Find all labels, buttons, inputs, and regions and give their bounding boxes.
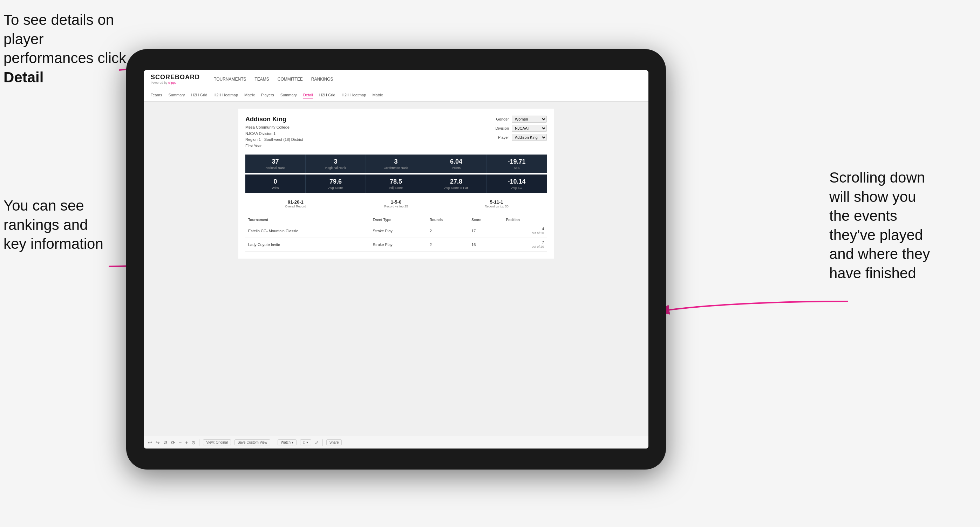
nav-tournaments[interactable]: TOURNAMENTS: [214, 75, 246, 83]
share-button[interactable]: Share: [326, 440, 342, 445]
logo-clippd: clippd: [168, 81, 177, 84]
player-region: Region 1 - Southwest (18) District: [245, 137, 303, 141]
points-label: Points: [429, 166, 483, 170]
logo-scoreboard: SCOREBOARD: [151, 74, 200, 81]
toolbar-redo[interactable]: ↪: [156, 440, 160, 445]
adj-score-label: Adj Score: [369, 186, 423, 190]
logo: SCOREBOARD Powered by clippd: [151, 74, 200, 84]
player-select[interactable]: Addison King: [512, 134, 547, 141]
player-selectors: Gender Women Division NJCAA I: [495, 116, 547, 141]
annotation-bottom-left: You can seerankings andkey information: [3, 196, 137, 254]
player-info: Addison King Mesa Community College NJCA…: [245, 116, 303, 149]
overall-record-label: Overall Record: [247, 205, 344, 208]
nav-rankings[interactable]: RANKINGS: [311, 75, 333, 83]
subnav-summary2[interactable]: Summary: [280, 92, 297, 98]
tournament-name-2: Lady Coyote Invite: [245, 238, 370, 252]
stat-avg-score-to-par: 27.8 Avg Score to Par: [426, 175, 487, 193]
sos-label: SoS: [489, 166, 544, 170]
overall-record: 91-20-1 Overall Record: [245, 197, 346, 210]
view-original-button[interactable]: View: Original: [203, 440, 231, 445]
avg-sg-label: Avg SG: [489, 186, 544, 190]
nav-committee[interactable]: COMMITTEE: [278, 75, 303, 83]
gender-selector-row: Gender Women: [496, 116, 547, 123]
points-value: 6.04: [429, 158, 483, 165]
toolbar-target[interactable]: ⊙: [191, 440, 196, 445]
conference-rank-value: 3: [369, 158, 423, 165]
watch-button[interactable]: Watch ▾: [278, 440, 296, 445]
division-select[interactable]: NJCAA I: [512, 125, 547, 132]
player-label: Player: [498, 135, 509, 140]
table-row: Lady Coyote Invite Stroke Play 2 16 7 ou…: [245, 238, 547, 252]
table-body: Estella CC- Mountain Classic Stroke Play…: [245, 224, 547, 252]
subnav-summary[interactable]: Summary: [168, 92, 185, 98]
toolbar-expand[interactable]: ⤢: [315, 440, 319, 445]
col-rounds: Rounds: [427, 216, 469, 224]
col-score: Score: [469, 216, 503, 224]
overall-record-value: 91-20-1: [247, 199, 344, 205]
stats-row-2: 0 Wins 79.6 Avg Score 78.5 Adj Score 27.…: [245, 175, 547, 193]
stat-wins: 0 Wins: [245, 175, 305, 193]
position-sub-1: out of 20: [532, 231, 544, 235]
screen-button[interactable]: □ ▾: [300, 440, 311, 445]
annotation-bold: Detail: [3, 69, 43, 86]
annotation-right: Scrolling downwill show youthe eventsthe…: [829, 168, 977, 283]
tournament-name-1: Estella CC- Mountain Classic: [245, 224, 370, 238]
national-rank-label: National Rank: [248, 166, 302, 170]
bottom-toolbar: ↩ ↪ ↺ ⟳ − + ⊙ View: Original Save Custom…: [144, 436, 648, 449]
stat-national-rank: 37 National Rank: [245, 154, 305, 173]
regional-rank-value: 3: [309, 158, 363, 165]
subnav-detail[interactable]: Detail: [303, 92, 313, 98]
wins-label: Wins: [248, 186, 302, 190]
stat-points: 6.04 Points: [426, 154, 487, 173]
position-value-2: 7: [542, 241, 544, 244]
gender-select[interactable]: Women: [512, 116, 547, 123]
stat-avg-score: 79.6 Avg Score: [305, 175, 366, 193]
toolbar-reload[interactable]: ⟳: [171, 440, 175, 445]
subnav-matrix[interactable]: Matrix: [244, 92, 255, 98]
col-tournament: Tournament: [245, 216, 370, 224]
division-label: Division: [495, 126, 509, 130]
stat-avg-sg: -10.14 Avg SG: [487, 175, 547, 193]
toolbar-zoom-plus[interactable]: +: [185, 440, 188, 445]
subnav-players[interactable]: Players: [261, 92, 274, 98]
logo-powered-by: Powered by clippd: [151, 81, 200, 84]
top25-record-value: 1-5-0: [348, 199, 444, 205]
rounds-2: 2: [427, 238, 469, 252]
toolbar-separator-3: [323, 440, 323, 446]
subnav-teams[interactable]: Teams: [151, 92, 162, 98]
avg-score-to-par-label: Avg Score to Par: [429, 186, 483, 190]
subnav-h2h-grid2[interactable]: H2H Grid: [319, 92, 336, 98]
gender-label: Gender: [496, 117, 509, 121]
table-row: Estella CC- Mountain Classic Stroke Play…: [245, 224, 547, 238]
subnav-h2h-heatmap[interactable]: H2H Heatmap: [213, 92, 238, 98]
stat-conference-rank: 3 Conference Rank: [366, 154, 426, 173]
avg-score-label: Avg Score: [309, 186, 363, 190]
annotation-top-left: To see details on player performances cl…: [3, 11, 137, 87]
position-sub-2: out of 20: [532, 245, 544, 248]
subnav-h2h-heatmap2[interactable]: H2H Heatmap: [342, 92, 366, 98]
player-school: Mesa Community College: [245, 125, 290, 129]
save-custom-view-button[interactable]: Save Custom View: [234, 440, 270, 445]
nav-teams[interactable]: TEAMS: [255, 75, 269, 83]
subnav-matrix2[interactable]: Matrix: [372, 92, 383, 98]
top50-record-label: Record vs top 50: [448, 205, 545, 208]
stat-regional-rank: 3 Regional Rank: [305, 154, 366, 173]
toolbar-undo[interactable]: ↩: [148, 440, 152, 445]
regional-rank-label: Regional Rank: [309, 166, 363, 170]
conference-rank-label: Conference Rank: [369, 166, 423, 170]
stat-sos: -19.71 SoS: [487, 154, 547, 173]
player-header: Addison King Mesa Community College NJCA…: [245, 116, 547, 149]
stat-adj-score: 78.5 Adj Score: [366, 175, 426, 193]
top25-record-label: Record vs top 25: [348, 205, 444, 208]
top-navigation: SCOREBOARD Powered by clippd TOURNAMENTS…: [144, 70, 648, 88]
top50-record-value: 5-11-1: [448, 199, 545, 205]
national-rank-value: 37: [248, 158, 302, 165]
toolbar-zoom-out[interactable]: −: [179, 440, 181, 445]
records-row: 91-20-1 Overall Record 1-5-0 Record vs t…: [245, 197, 547, 210]
subnav-h2h-grid[interactable]: H2H Grid: [191, 92, 207, 98]
adj-score-value: 78.5: [369, 178, 423, 185]
toolbar-refresh[interactable]: ↺: [163, 440, 167, 445]
col-position: Position: [503, 216, 547, 224]
player-selector-row: Player Addison King: [498, 134, 547, 141]
top50-record: 5-11-1 Record vs top 50: [446, 197, 547, 210]
